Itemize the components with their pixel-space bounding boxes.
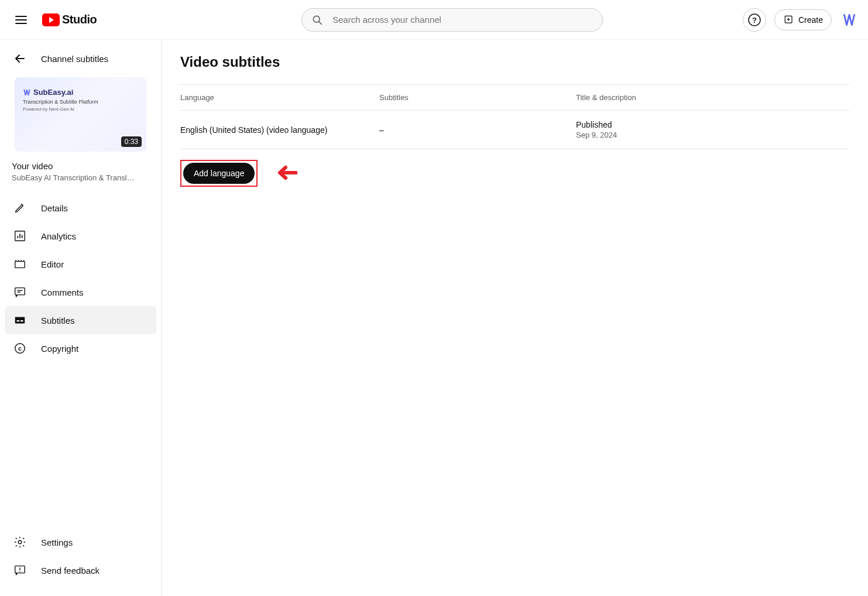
- svg-rect-11: [15, 261, 25, 268]
- svg-point-20: [18, 540, 22, 544]
- header-left: Studio: [9, 8, 162, 32]
- table-header: Language Subtitles Title & description: [180, 84, 849, 111]
- feedback-icon: [13, 563, 27, 577]
- sidebar-item-label: Settings: [41, 537, 73, 547]
- create-icon: [783, 14, 795, 26]
- svg-rect-12: [15, 288, 25, 295]
- brand-mark-icon: [23, 88, 31, 97]
- header-right: ? Create: [743, 8, 859, 32]
- arrow-left-icon: [13, 52, 27, 66]
- editor-icon: [13, 257, 27, 271]
- hamburger-icon: [14, 13, 28, 27]
- back-title: Channel subtitles: [41, 54, 108, 64]
- brand-avatar-icon: [842, 12, 857, 28]
- table-row[interactable]: English (United States) (video language)…: [180, 111, 849, 149]
- sidebar-item-editor[interactable]: Editor: [5, 250, 156, 278]
- thumbnail-duration: 0:33: [121, 136, 142, 147]
- help-button[interactable]: ?: [743, 8, 766, 32]
- thumbnail-content: SubEasy.ai Transcription & Subtitle Plat…: [15, 77, 146, 122]
- sidebar-item-label: Analytics: [41, 231, 76, 241]
- sidebar-item-label: Send feedback: [41, 566, 100, 576]
- video-thumbnail[interactable]: SubEasy.ai Transcription & Subtitle Plat…: [15, 77, 146, 152]
- gear-icon: [13, 535, 27, 549]
- annotation-arrow-left-icon: [274, 165, 297, 181]
- sidebar-item-label: Subtitles: [41, 316, 75, 326]
- search-icon: [311, 14, 323, 26]
- sidebar-item-label: Details: [41, 203, 68, 213]
- column-header-subtitles[interactable]: Subtitles: [379, 93, 576, 102]
- header: Studio ? Create: [0, 0, 868, 40]
- sidebar-item-send-feedback[interactable]: Send feedback: [5, 556, 156, 584]
- your-video-label: Your video: [12, 161, 149, 171]
- cell-language: English (United States) (video language): [180, 125, 379, 135]
- youtube-icon: [42, 13, 60, 26]
- column-header-language[interactable]: Language: [180, 93, 379, 102]
- nav-list: Details Analytics Editor Comments Subtit…: [5, 187, 156, 528]
- hamburger-menu-button[interactable]: [9, 8, 33, 32]
- sidebar-item-subtitles[interactable]: Subtitles: [5, 306, 156, 334]
- back-to-channel-subtitles[interactable]: Channel subtitles: [5, 52, 156, 77]
- sidebar-item-label: Copyright: [41, 344, 78, 354]
- cell-subtitles: –: [379, 125, 576, 135]
- add-language-container: Add language: [180, 160, 258, 187]
- comments-icon: [13, 285, 27, 299]
- svg-point-23: [19, 571, 20, 572]
- search-container: [162, 8, 743, 32]
- pencil-icon: [13, 201, 27, 215]
- search-input[interactable]: [332, 15, 593, 25]
- sidebar-item-label: Comments: [41, 287, 84, 297]
- create-button[interactable]: Create: [774, 9, 832, 30]
- status-date: Sep 9, 2024: [576, 131, 849, 139]
- analytics-icon: [13, 229, 27, 243]
- sidebar-bottom: Settings Send feedback: [5, 528, 156, 584]
- logo[interactable]: Studio: [42, 13, 97, 26]
- logo-text: Studio: [62, 13, 97, 26]
- video-title-text: SubEasy AI Transcription & Translati…: [12, 173, 135, 182]
- svg-rect-17: [20, 320, 23, 321]
- svg-rect-15: [15, 317, 25, 324]
- sidebar: Channel subtitles SubEasy.ai Transcripti…: [0, 40, 162, 596]
- svg-text:?: ?: [752, 16, 757, 25]
- sidebar-item-settings[interactable]: Settings: [5, 528, 156, 556]
- cell-title-description: Published Sep 9, 2024: [576, 120, 849, 139]
- sidebar-item-details[interactable]: Details: [5, 194, 156, 222]
- thumbnail-brand: SubEasy.ai: [23, 88, 138, 97]
- search-box[interactable]: [301, 8, 603, 32]
- annotation-highlight-box: Add language: [180, 160, 258, 187]
- sidebar-item-copyright[interactable]: c Copyright: [5, 334, 156, 362]
- status-text: Published: [576, 120, 849, 129]
- svg-text:c: c: [18, 345, 22, 352]
- copyright-icon: c: [13, 341, 27, 355]
- thumbnail-subtitle: Transcription & Subtitle Platform: [23, 99, 138, 105]
- sidebar-item-label: Editor: [41, 259, 64, 269]
- thumbnail-powered: Powered by Next-Gen AI: [23, 107, 138, 112]
- create-label: Create: [798, 15, 823, 25]
- svg-point-0: [313, 16, 320, 22]
- subtitles-icon: [13, 313, 27, 327]
- main-content: Video subtitles Language Subtitles Title…: [162, 40, 868, 596]
- column-header-title-description[interactable]: Title & description: [576, 93, 849, 102]
- sidebar-item-analytics[interactable]: Analytics: [5, 222, 156, 250]
- svg-line-1: [319, 22, 321, 24]
- help-icon: ?: [747, 13, 761, 27]
- body: Channel subtitles SubEasy.ai Transcripti…: [0, 40, 868, 596]
- sidebar-item-comments[interactable]: Comments: [5, 278, 156, 306]
- video-thumbnail-wrap: SubEasy.ai Transcription & Subtitle Plat…: [5, 77, 156, 152]
- your-video-section: Your video SubEasy AI Transcription & Tr…: [5, 152, 156, 187]
- avatar[interactable]: [840, 11, 859, 29]
- page-title: Video subtitles: [180, 54, 849, 70]
- add-language-button[interactable]: Add language: [183, 163, 255, 184]
- svg-rect-16: [17, 320, 20, 321]
